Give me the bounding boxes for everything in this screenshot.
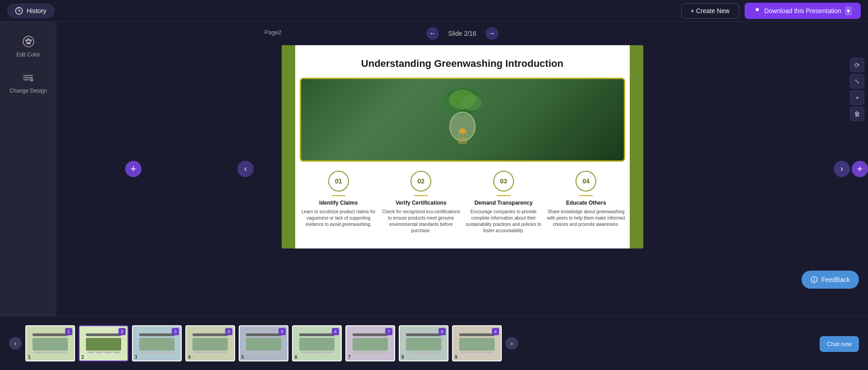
thumbnail-item[interactable]: 8 8 — [399, 325, 448, 361]
delete-tool-button[interactable]: 🗑 — [850, 107, 864, 121]
slide-inner: Understanding Greenwashing Introduction — [282, 45, 643, 248]
thumbnail-item[interactable]: 6 6 — [292, 325, 342, 361]
svg-point-25 — [814, 281, 814, 281]
download-button[interactable]: Download this Presentation ▾ — [745, 3, 861, 19]
sidebar-item-change-design[interactable]: Change Design — [9, 71, 47, 94]
thumbnail-item[interactable]: 9 9 — [452, 325, 502, 361]
change-design-label: Change Design — [9, 88, 47, 94]
thumb-title-line — [353, 333, 388, 336]
col-title: Demand Transparency — [474, 200, 533, 206]
thumb-line — [416, 351, 423, 353]
prev-slide-button[interactable]: ‹ — [237, 161, 254, 177]
svg-point-15 — [449, 89, 476, 109]
lightbulb-illustration — [435, 84, 490, 156]
thumb-content-lines — [247, 351, 280, 353]
thumb-content-lines — [141, 351, 174, 353]
thumb-img-block — [139, 338, 175, 351]
col-divider — [579, 195, 593, 196]
create-new-button[interactable]: + Create New — [681, 3, 739, 19]
thumbnail-item[interactable]: 7 7 — [345, 325, 395, 361]
slide-column-item: 01 Identify Claims Learn to scrutinize p… — [300, 171, 378, 234]
thumbnail-item[interactable]: 2 2 — [79, 325, 128, 361]
thumb-line — [318, 351, 325, 353]
thumb-title-line — [246, 333, 281, 336]
thumb-line — [486, 351, 494, 353]
next-slide-nav-button[interactable]: → — [486, 27, 498, 40]
thumb-line — [60, 351, 67, 353]
topbar: History + Create New Download this Prese… — [0, 0, 868, 22]
thumbnail-item[interactable]: 1 1 — [25, 325, 75, 361]
download-label: Download this Presentation — [764, 7, 841, 14]
feedback-button[interactable]: FeedBack — [802, 271, 859, 289]
thumb-line — [301, 351, 308, 353]
thumb-line — [104, 351, 112, 353]
thumb-line — [354, 351, 361, 353]
thumbnail-number: 4 — [188, 355, 191, 360]
thumbnail-item[interactable]: 5 5 — [239, 325, 288, 361]
thumb-line — [478, 351, 485, 353]
svg-point-3 — [25, 40, 27, 42]
refresh-tool-button[interactable]: ⟳ — [850, 58, 864, 72]
topbar-left: History — [7, 4, 54, 18]
thumb-line — [51, 351, 58, 353]
thumbnail-number: 5 — [241, 355, 244, 360]
prev-slide-nav-button[interactable]: ← — [426, 27, 439, 40]
thumb-img-block — [406, 338, 441, 351]
history-button[interactable]: History — [7, 4, 54, 18]
resize-tool-button[interactable]: ⤡ — [850, 74, 864, 89]
thumbnail-badge: 6 — [332, 328, 339, 335]
thumb-img-block — [86, 338, 121, 351]
slide-image-wrapper — [300, 78, 625, 162]
thumb-line — [264, 351, 272, 353]
thumb-img-block — [299, 338, 335, 351]
svg-rect-18 — [457, 138, 468, 141]
thumb-img-block — [193, 338, 228, 351]
thumb-line — [149, 351, 156, 353]
chat-now-button[interactable]: Chat now — [820, 336, 859, 352]
thumb-title-line — [299, 333, 335, 336]
slide-title: Understanding Greenwashing Introduction — [300, 58, 625, 70]
col-desc: Encourage companies to provide complete … — [465, 209, 543, 234]
thumb-line — [96, 351, 103, 353]
slide-column-item: 02 Verify Certifications Check for recog… — [382, 171, 460, 234]
slide-green-right-bar — [630, 45, 643, 248]
thumb-line — [247, 351, 255, 353]
thumb-content-lines — [301, 351, 334, 353]
thumbnails-next-button[interactable]: › — [505, 337, 518, 350]
thumb-line — [309, 351, 316, 353]
thumbnails-prev-button[interactable]: ‹ — [9, 337, 22, 350]
slide-content: Understanding Greenwashing Introduction — [282, 45, 643, 248]
zoom-in-tool-button[interactable]: + — [850, 90, 864, 105]
thumb-line — [273, 351, 280, 353]
design-icon — [22, 71, 34, 84]
thumb-line — [42, 351, 50, 353]
chat-now-label: Chat now — [827, 341, 852, 347]
create-new-label: + Create New — [691, 7, 730, 14]
sidebar-item-edit-color[interactable]: Edit Color — [16, 35, 40, 58]
thumbnail-number: 2 — [81, 355, 84, 360]
add-slide-left-button[interactable]: + — [125, 161, 142, 177]
svg-point-7 — [26, 42, 28, 44]
slide-indicator: Slide 2/16 — [448, 30, 476, 37]
thumb-img-block — [246, 338, 281, 351]
thumb-title-line — [406, 333, 441, 336]
thumbnail-badge: 1 — [65, 328, 72, 335]
thumb-line — [87, 351, 94, 353]
feedback-label: FeedBack — [821, 276, 850, 283]
thumb-line — [211, 351, 218, 353]
thumb-line — [371, 351, 378, 353]
thumbnail-badge: 5 — [278, 328, 286, 335]
thumb-title-line — [193, 333, 228, 336]
thumb-line — [469, 351, 476, 353]
next-slide-button[interactable]: › — [834, 161, 850, 177]
thumb-line — [326, 351, 334, 353]
thumb-line — [433, 351, 440, 353]
thumb-line — [166, 351, 174, 353]
thumb-line — [380, 351, 387, 353]
slide-column-item: 03 Demand Transparency Encourage compani… — [465, 171, 543, 234]
thumbnail-badge: 9 — [492, 328, 499, 335]
add-slide-right-button[interactable]: + — [852, 161, 868, 177]
thumbnail-item[interactable]: 4 4 — [185, 325, 235, 361]
thumbnail-item[interactable]: 3 3 — [132, 325, 182, 361]
thumb-line — [407, 351, 415, 353]
